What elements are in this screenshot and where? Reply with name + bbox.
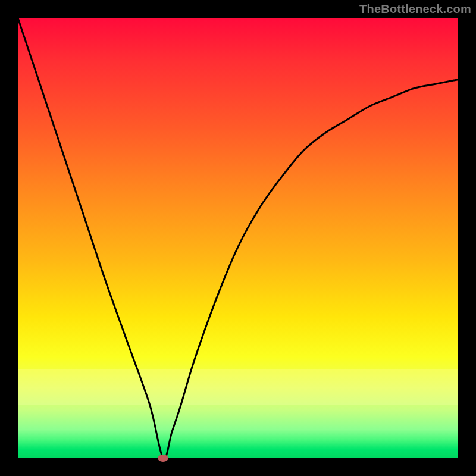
bottleneck-curve <box>18 18 458 458</box>
plot-area <box>18 18 458 458</box>
curve-layer <box>18 18 458 458</box>
optimum-marker <box>158 455 168 462</box>
watermark-text: TheBottleneck.com <box>359 2 471 16</box>
chart-frame: TheBottleneck.com <box>0 0 476 476</box>
yellow-highlight-band <box>18 369 458 405</box>
